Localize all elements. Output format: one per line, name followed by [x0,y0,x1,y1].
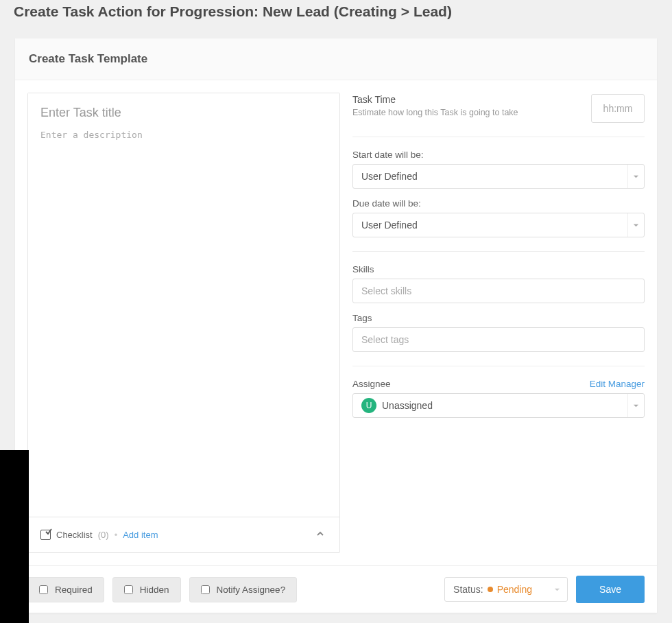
chevron-down-icon [627,213,644,237]
avatar: U [361,398,376,413]
page-title: Create Task Action for Progression: New … [14,3,658,20]
create-task-panel: Create Task Template Checklist (0) • Add… [15,38,657,613]
footer-bar: Required Hidden Notify Assignee? Status:… [15,565,657,613]
required-toggle[interactable]: Required [27,577,104,602]
assignee-select[interactable]: U Unassigned [352,393,645,418]
edit-manager-link[interactable]: Edit Manager [590,379,645,389]
checklist-count: (0) [98,530,109,540]
chevron-up-icon [316,530,324,538]
due-date-value: User Defined [353,220,627,231]
status-select[interactable]: Status: Pending [444,577,568,602]
notify-label: Notify Assignee? [217,585,286,595]
chevron-down-icon [627,165,644,188]
notify-checkbox[interactable] [201,585,210,594]
task-properties-pane: Task Time Estimate how long this Task is… [340,93,645,553]
skills-label: Skills [352,264,645,274]
chevron-down-icon [627,394,644,417]
task-time-hint: Estimate how long this Task is going to … [352,108,518,117]
tags-label: Tags [352,313,645,323]
chevron-down-icon [554,584,560,595]
required-label: Required [55,585,93,595]
checklist-icon [40,530,51,540]
task-time-label: Task Time [352,94,518,105]
separator-dot: • [115,530,118,540]
collapse-checklist-button[interactable] [313,527,327,543]
start-date-value: User Defined [353,171,627,182]
start-date-label: Start date will be: [352,150,645,160]
divider [352,251,645,252]
notify-assignee-toggle[interactable]: Notify Assignee? [189,577,298,602]
task-title-input[interactable] [28,93,339,124]
assignee-label: Assignee [352,379,391,389]
divider [352,366,645,366]
checklist-label: Checklist [56,530,93,540]
add-checklist-item-link[interactable]: Add item [123,530,158,540]
tags-input[interactable] [352,327,645,352]
checklist-bar: Checklist (0) • Add item [28,517,339,552]
task-time-input[interactable] [591,94,645,123]
due-date-select[interactable]: User Defined [352,213,645,237]
status-dot-icon [488,587,493,592]
due-date-label: Due date will be: [352,198,645,209]
status-label: Status: [453,584,483,595]
task-description-input[interactable] [28,124,339,517]
task-editor-pane: Checklist (0) • Add item [27,93,340,553]
status-value: Pending [497,584,550,595]
skills-input[interactable] [352,279,645,303]
hidden-toggle[interactable]: Hidden [112,577,181,602]
hidden-checkbox[interactable] [124,585,133,594]
hidden-label: Hidden [140,585,169,595]
start-date-select[interactable]: User Defined [352,164,645,189]
side-panel-sliver [0,450,29,623]
required-checkbox[interactable] [39,585,48,594]
section-title: Create Task Template [29,52,643,66]
assignee-value: Unassigned [382,400,433,411]
save-button[interactable]: Save [576,576,645,603]
